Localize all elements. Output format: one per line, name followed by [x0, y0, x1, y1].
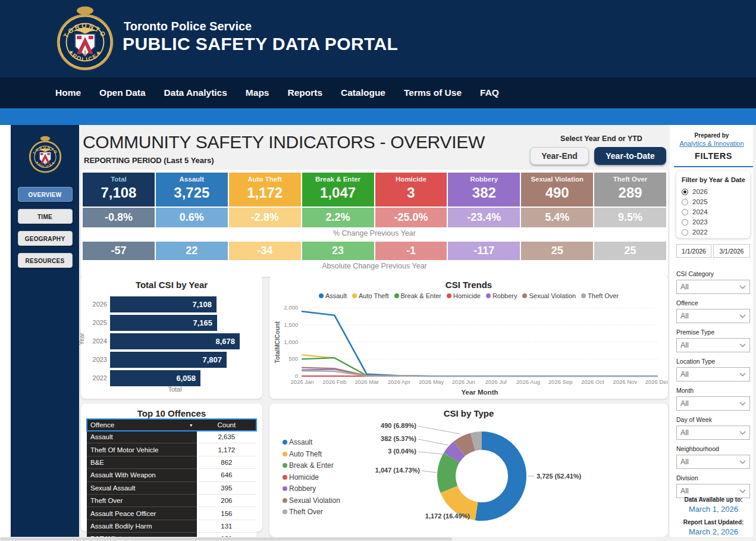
- horizontal-scrollbar-thumb[interactable]: [0, 537, 452, 540]
- kpi-card-theft-over[interactable]: Theft Over 289: [594, 173, 666, 207]
- kpi-card-break-enter[interactable]: Break & Enter 1,047: [302, 173, 374, 207]
- trends-plot[interactable]: 05001,0001,5002,0002026 Jan2026 Feb2026 …: [269, 275, 668, 399]
- filter-dropdown-month[interactable]: All: [676, 396, 750, 411]
- date-from-input[interactable]: 1/1/2026: [676, 244, 711, 258]
- column-header-count[interactable]: Count: [197, 419, 256, 431]
- filter-dropdown-location-type[interactable]: All: [676, 367, 750, 381]
- donut-slice-robbery[interactable]: [451, 449, 459, 458]
- filter-dropdown-offence[interactable]: All: [676, 309, 750, 323]
- year-radio-2024[interactable]: 2024: [682, 208, 750, 215]
- report-sidebar: TORONTO ✦POLICE✦ OVERVIEWTIMEGEOGRAPHYRE…: [11, 125, 79, 537]
- offence-cell: Assault With Weapon: [87, 469, 197, 481]
- chevron-down-icon: [739, 402, 746, 406]
- table-row[interactable]: Sexual Assault 395: [87, 481, 256, 494]
- analytics-innovation-link[interactable]: Analytics & Innovation: [674, 140, 749, 147]
- date-to-input[interactable]: 3/1/2026: [713, 244, 750, 258]
- kpi-pct-change-sexual-violation: 5.4%: [521, 208, 593, 227]
- table-row[interactable]: Assault With Weapon 646: [87, 469, 256, 481]
- nav-item-data-analytics[interactable]: Data Analytics: [164, 87, 227, 98]
- table-row[interactable]: Theft Of Motor Vehicle 1,172: [87, 443, 256, 456]
- svg-text:1,047 (14.73%): 1,047 (14.73%): [375, 467, 421, 474]
- year-radio-2023[interactable]: 2023: [682, 218, 750, 226]
- bar-2022[interactable]: 6,058: [110, 370, 200, 386]
- nav-item-catalogue[interactable]: Catalogue: [341, 87, 385, 98]
- kpi-card-sexual-violation[interactable]: Sexual Violation 490: [521, 173, 593, 207]
- kpi-abs-change-homicide: -1: [375, 242, 447, 260]
- filter-dropdown-neighbourhood[interactable]: All: [676, 455, 750, 469]
- radio-icon[interactable]: [682, 199, 688, 205]
- dropdown-value: All: [680, 458, 689, 466]
- vertical-scrollbar-track[interactable]: [753, 125, 756, 541]
- filter-dropdown-csi-category[interactable]: All: [676, 280, 750, 294]
- radio-icon[interactable]: [682, 229, 688, 236]
- kpi-abs-change-theft-over: 25: [594, 242, 666, 260]
- donut-slice-assault[interactable]: [476, 441, 517, 512]
- radio-icon[interactable]: [682, 189, 688, 195]
- toggle-label: Select Year End or YTD: [522, 135, 681, 143]
- offence-cell: Assault Peace Officer: [87, 507, 197, 520]
- radio-label: 2025: [692, 198, 708, 205]
- nav-item-faq[interactable]: FAQ: [480, 87, 499, 98]
- year-radio-2022[interactable]: 2022: [682, 229, 750, 236]
- bar-2023[interactable]: 7,807: [110, 352, 227, 368]
- bar-2026[interactable]: 7,108: [110, 296, 217, 312]
- kpi-card-assault[interactable]: Assault 3,725: [156, 173, 228, 207]
- kpi-label: Auto Theft: [247, 176, 281, 183]
- kpi-card-auto-theft[interactable]: Auto Theft 1,172: [229, 173, 301, 207]
- radio-icon[interactable]: [682, 219, 688, 226]
- filters-panel: Prepared by Analytics & Innovation FILTE…: [674, 125, 753, 537]
- horizontal-scrollbar-track[interactable]: [0, 537, 756, 541]
- nav-item-terms-of-use[interactable]: Terms of Use: [404, 87, 462, 98]
- table-row[interactable]: Assault Peace Officer 156: [87, 507, 256, 520]
- svg-text:1,172 (16.49%): 1,172 (16.49%): [425, 512, 470, 520]
- bar-2025[interactable]: 7,165: [110, 315, 217, 331]
- nav-item-home[interactable]: Home: [55, 87, 81, 98]
- filter-label-location-type: Location Type: [676, 358, 750, 365]
- bar-2024[interactable]: 8,678: [110, 333, 240, 349]
- donut-plot[interactable]: 3,725 (52.41%)1,172 (16.49%)1,047 (14.73…: [269, 404, 668, 537]
- nav-item-maps[interactable]: Maps: [246, 87, 269, 98]
- portal-title: PUBLIC SAFETY DATA PORTAL: [123, 34, 398, 54]
- radio-icon[interactable]: [682, 209, 688, 215]
- year-radio-2025[interactable]: 2025: [682, 198, 750, 205]
- donut-slice-auto-theft[interactable]: [449, 489, 476, 511]
- filter-dropdown-day-of-week[interactable]: All: [676, 426, 750, 440]
- kpi-card-total[interactable]: Total 7,108: [83, 173, 155, 207]
- count-cell: 1,172: [197, 443, 256, 456]
- table-row[interactable]: Assault 2,635: [87, 431, 256, 443]
- nav-item-open-data[interactable]: Open Data: [99, 87, 146, 98]
- table-row[interactable]: B&E 862: [87, 456, 256, 468]
- table-row[interactable]: Assault Bodily Harm 131: [87, 520, 256, 532]
- sidebar-item-resources[interactable]: RESOURCES: [18, 253, 73, 268]
- svg-text:2026 Nov: 2026 Nov: [613, 379, 637, 385]
- bar-category-label: 2025: [86, 315, 107, 331]
- kpi-card-robbery[interactable]: Robbery 382: [448, 173, 520, 207]
- year-to-date-button[interactable]: Year-to-Date: [594, 147, 666, 165]
- sort-desc-icon[interactable]: ▼: [189, 423, 193, 427]
- svg-text:2026 Sep: 2026 Sep: [548, 379, 573, 385]
- year-radio-2026[interactable]: 2026: [682, 188, 750, 195]
- filter-dropdown-premise-type[interactable]: All: [676, 338, 750, 352]
- column-header-offence[interactable]: Offence ▼: [87, 419, 197, 431]
- svg-text:2026 Apr: 2026 Apr: [388, 379, 410, 385]
- bar-value-label: 6,058: [110, 370, 200, 386]
- table-title: Top 10 Offences: [81, 408, 262, 418]
- year-end-button[interactable]: Year-End: [530, 147, 589, 165]
- donut-slice-break-enter[interactable]: [447, 458, 452, 489]
- table-row[interactable]: Theft Over 206: [87, 494, 256, 506]
- offence-cell: Sexual Assault: [87, 481, 197, 494]
- svg-text:2026 Feb: 2026 Feb: [322, 379, 346, 385]
- sidebar-item-overview[interactable]: OVERVIEW: [18, 187, 73, 202]
- total-csi-by-year-card: Total CSI by Year Year 2026 7,108 2025 7…: [81, 275, 262, 399]
- donut-slice-theft-over[interactable]: [473, 441, 482, 442]
- prepared-by-label: Prepared by: [674, 132, 749, 139]
- bar-value-label: 7,807: [110, 352, 227, 368]
- radio-label: 2026: [692, 188, 708, 195]
- sidebar-item-time[interactable]: TIME: [18, 209, 73, 224]
- donut-slice-sexual-violation[interactable]: [459, 442, 473, 449]
- svg-text:2026 Mar: 2026 Mar: [355, 379, 378, 385]
- offence-cell: B&E: [87, 456, 197, 468]
- sidebar-item-geography[interactable]: GEOGRAPHY: [18, 231, 73, 246]
- nav-item-reports[interactable]: Reports: [287, 87, 322, 98]
- kpi-card-homicide[interactable]: Homicide 3: [375, 173, 447, 207]
